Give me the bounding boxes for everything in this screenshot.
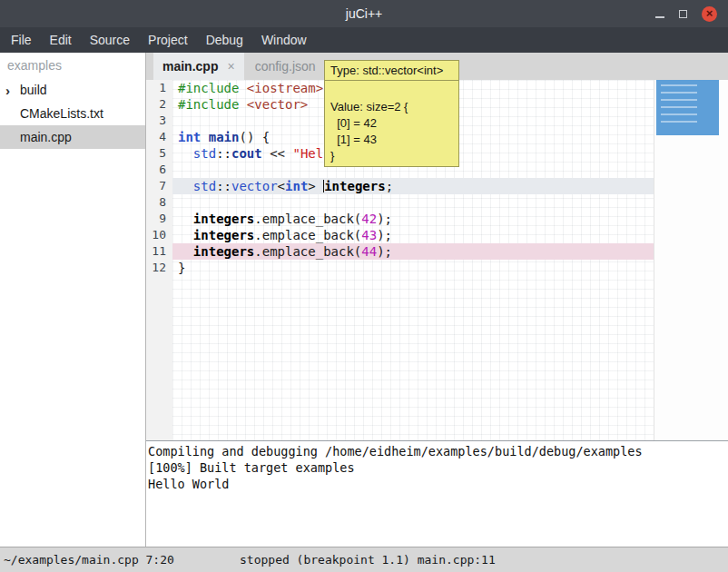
code-token: vector [231,179,278,193]
code-token: main [209,130,240,144]
menu-item-debug[interactable]: Debug [197,27,252,53]
output-line: Hello World [148,476,726,492]
line-number[interactable]: 9 [146,211,172,227]
code-token: 43 [361,228,377,242]
sidebar: examples ›buildCMakeLists.txtmain.cpp [0,53,146,547]
gutter: 123456789101112 [146,80,172,440]
code-token: std [193,179,216,193]
tooltip-line: Value: size=2 { [330,99,453,115]
line-number[interactable]: 11 [146,243,172,260]
tab-label: config.json [255,59,316,74]
code-line-10[interactable]: integers.emplace_back(43); [172,227,654,243]
line-number[interactable]: 4 [146,129,172,145]
tree-item-build[interactable]: ›build [0,78,145,102]
code-token [178,179,193,193]
file-tree: ›buildCMakeLists.txtmain.cpp [0,78,145,149]
code-token: .emplace_back( [254,244,361,259]
menu-bar: FileEditSourceProjectDebugWindow [0,27,728,53]
code-token: 42 [361,212,377,226]
tree-item-cmakelists-txt[interactable]: CMakeLists.txt [0,102,145,125]
code-token: <iostream> [247,81,323,95]
window-controls: × [655,0,717,27]
debug-tooltip: Type: std::vector<int> Value: size=2 { [… [324,60,459,167]
minimize-icon[interactable] [655,16,664,18]
tooltip-line [330,83,453,99]
line-number[interactable]: 8 [146,194,172,211]
menu-item-file[interactable]: File [2,27,41,53]
status-bar: ~/examples/main.cpp 7:20 stopped (breakp… [0,547,728,572]
code-token: integers [193,228,254,242]
chevron-right-icon[interactable]: › [5,83,20,98]
code-token: ); [377,244,392,259]
code-token: std [193,146,216,161]
code-line-9[interactable]: integers.emplace_back(42); [172,211,654,227]
code-token: ; [386,179,393,193]
output-line: [100%] Built target examples [148,459,726,476]
status-debug-state: stopped (breakpoint 1.1) main.cpp:11 [240,547,496,572]
code-token [178,244,193,259]
code-token: > [308,179,323,193]
code-token: 44 [361,244,377,259]
line-number[interactable]: 5 [146,145,172,162]
window-title: juCi++ [346,6,382,21]
code-token: int [178,130,201,144]
code-line-12[interactable]: } [172,260,654,276]
menu-item-edit[interactable]: Edit [41,27,81,53]
code-token: <vector> [247,97,308,112]
code-line-11[interactable]: integers.emplace_back(44); [172,243,654,260]
line-number[interactable]: 6 [146,162,172,178]
code-token: "Hel [292,146,323,161]
viewport-indicator[interactable] [656,80,719,135]
code-token: int [285,179,308,193]
code-token [178,228,193,242]
line-number[interactable]: 12 [146,260,172,276]
code-line-7[interactable]: std::vector<int> integers; [172,178,654,194]
line-number[interactable]: 10 [146,227,172,243]
code-token: < [278,179,285,193]
tree-item-main-cpp[interactable]: main.cpp [0,125,145,149]
code-token [201,130,208,144]
output-panel: Compiling and debugging /home/eidheim/ex… [146,440,728,547]
code-token: << [262,146,293,161]
menu-item-window[interactable]: Window [252,27,316,53]
close-icon[interactable]: × [227,59,234,74]
line-number[interactable]: 1 [146,80,172,96]
code-token: ); [377,228,392,242]
code-token: .emplace_back( [254,212,361,226]
line-number[interactable]: 3 [146,113,172,129]
code-token: cout [231,146,262,161]
code-token [178,212,193,226]
tab-label: main.cpp [162,59,218,74]
menu-item-source[interactable]: Source [81,27,139,53]
code-token: } [178,261,185,275]
code-token: :: [216,146,231,161]
output-line: Compiling and debugging /home/eidheim/ex… [148,443,726,459]
tree-item-label: CMakeLists.txt [20,106,103,121]
title-bar[interactable]: juCi++ × [0,0,728,27]
restore-icon[interactable] [679,10,687,18]
code-token [178,146,193,161]
menu-item-project[interactable]: Project [139,27,197,53]
code-token: .emplace_back( [254,228,361,242]
code-token: #include [178,81,247,95]
tree-item-label: main.cpp [20,130,72,144]
code-token: integers [324,179,385,193]
code-token: integers [193,212,254,226]
tooltip-line: [1] = 43 [330,132,453,148]
status-file-position: ~/examples/main.cpp 7:20 [4,547,174,572]
tree-item-label: build [20,83,47,97]
close-icon[interactable]: × [702,6,717,22]
line-number[interactable]: 7 [146,178,172,194]
source-map[interactable] [654,80,728,440]
code-token: integers [193,244,254,259]
line-number[interactable]: 2 [146,96,172,113]
sidebar-header: examples [0,53,145,78]
tooltip-value: Value: size=2 { [0] = 42 [1] = 43} [324,80,459,167]
app-window: juCi++ × FileEditSourceProjectDebugWindo… [0,0,728,572]
code-token: #include [178,97,247,112]
tooltip-type: Type: std::vector<int> [324,60,459,81]
code-line-8[interactable] [172,194,654,211]
tab-main-cpp[interactable]: main.cpp× [153,53,244,80]
code-token: () { [239,130,270,144]
code-token: :: [216,179,231,193]
